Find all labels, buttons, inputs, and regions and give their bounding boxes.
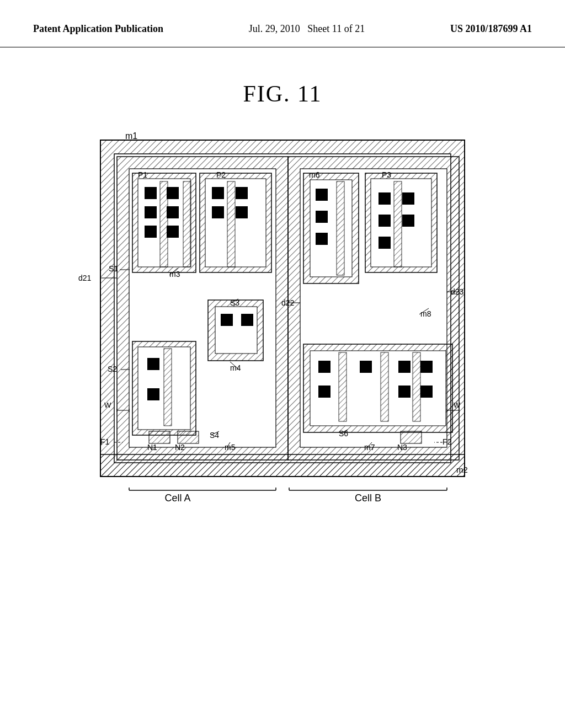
- svg-rect-89: [316, 189, 328, 201]
- svg-text:N2: N2: [175, 443, 185, 452]
- svg-rect-50: [147, 358, 159, 370]
- header-date: Jul. 29, 2010: [249, 23, 300, 34]
- svg-rect-19: [167, 226, 179, 238]
- svg-rect-74: [379, 192, 391, 205]
- svg-rect-37: [215, 307, 257, 354]
- svg-rect-112: [401, 431, 422, 443]
- header-sheet: Sheet 11 of 21: [307, 23, 365, 34]
- svg-text:Cell A: Cell A: [164, 493, 190, 504]
- svg-text:F1: F1: [100, 437, 110, 446]
- svg-rect-99: [398, 361, 411, 373]
- svg-text:m1: m1: [125, 131, 137, 141]
- svg-rect-105: [381, 352, 388, 421]
- svg-rect-75: [402, 192, 414, 205]
- svg-rect-14: [145, 187, 157, 199]
- svg-rect-77: [402, 215, 414, 227]
- svg-rect-104: [339, 352, 347, 421]
- svg-rect-33: [227, 181, 235, 267]
- svg-text:S6: S6: [339, 429, 348, 438]
- svg-text:P3: P3: [382, 170, 391, 179]
- svg-rect-51: [147, 388, 159, 400]
- svg-text:Cell B: Cell B: [355, 493, 381, 504]
- svg-rect-15: [167, 187, 179, 199]
- svg-text:S1: S1: [109, 264, 118, 273]
- svg-text:P2: P2: [216, 170, 226, 179]
- svg-rect-18: [145, 226, 157, 238]
- header-patent-number: US 2010/187699 A1: [450, 22, 532, 36]
- svg-rect-100: [420, 361, 433, 373]
- svg-rect-97: [318, 361, 331, 373]
- svg-rect-103: [420, 386, 433, 398]
- svg-rect-102: [398, 386, 411, 398]
- header-sheet-info: Jul. 29, 2010 Sheet 11 of 21: [249, 22, 365, 36]
- svg-text:N3: N3: [397, 443, 407, 452]
- svg-rect-21: [183, 181, 191, 267]
- page-header: Patent Application Publication Jul. 29, …: [0, 0, 565, 47]
- svg-rect-98: [360, 361, 372, 373]
- svg-text:m5: m5: [225, 443, 236, 452]
- svg-rect-90: [316, 211, 328, 223]
- svg-rect-20: [160, 181, 168, 267]
- figure-title: FIG. 11: [0, 81, 565, 107]
- circuit-diagram: m1 m2 d21 P1 S1 m3: [67, 129, 498, 532]
- svg-rect-31: [212, 206, 224, 218]
- svg-rect-16: [145, 206, 157, 218]
- svg-text:N1: N1: [147, 443, 157, 452]
- svg-text:S2: S2: [108, 365, 117, 373]
- svg-rect-29: [212, 187, 224, 199]
- svg-text:m2: m2: [456, 465, 468, 474]
- svg-rect-17: [167, 206, 179, 218]
- svg-rect-52: [164, 349, 172, 426]
- svg-rect-32: [236, 206, 248, 218]
- svg-text:m4: m4: [230, 363, 241, 372]
- svg-rect-79: [394, 181, 402, 267]
- svg-text:F2: F2: [443, 437, 452, 446]
- svg-rect-76: [379, 215, 391, 227]
- svg-rect-40: [221, 314, 233, 326]
- svg-text:m8: m8: [420, 309, 431, 318]
- svg-rect-41: [241, 314, 253, 326]
- svg-text:W: W: [104, 401, 111, 409]
- svg-rect-78: [379, 237, 391, 249]
- header-publication: Patent Application Publication: [33, 22, 163, 36]
- svg-rect-30: [236, 187, 248, 199]
- diagram-container: m1 m2 d21 P1 S1 m3: [67, 129, 498, 534]
- svg-rect-106: [413, 352, 420, 421]
- svg-rect-56: [149, 431, 170, 443]
- svg-rect-58: [178, 431, 199, 443]
- svg-rect-92: [337, 181, 344, 275]
- svg-text:P1: P1: [138, 170, 147, 179]
- svg-text:m7: m7: [364, 443, 375, 452]
- svg-rect-91: [316, 233, 328, 245]
- svg-text:W: W: [454, 401, 461, 409]
- svg-text:d21: d21: [78, 274, 92, 282]
- svg-rect-101: [318, 386, 331, 398]
